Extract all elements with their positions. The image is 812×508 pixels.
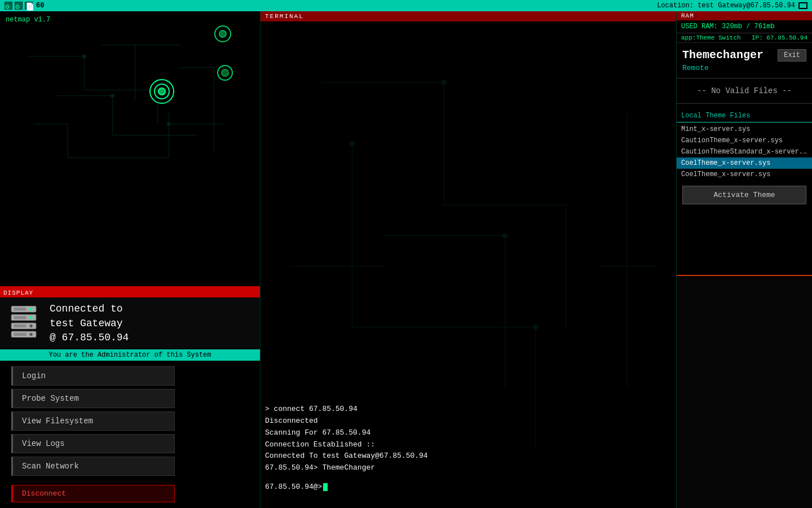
mail-icon[interactable]: [798, 2, 807, 9]
svg-point-26: [30, 325, 33, 327]
right-panel: RAM USED RAM: 320mb / 761mb app:Theme Sw…: [677, 11, 812, 508]
connected-line2: test Gateway: [50, 317, 129, 331]
logs-button[interactable]: View Logs: [11, 434, 175, 453]
terminal-line-2: Disconnected: [265, 415, 672, 427]
themechanger-header: Themechanger Exit: [677, 43, 812, 64]
activate-theme-button[interactable]: Activate Theme: [682, 186, 806, 204]
topbar-right: Location: test Gateway@67.85.50.94: [657, 2, 807, 10]
terminal-line-6: 67.85.50.94> ThemeChanger: [265, 462, 672, 474]
topbar-icon-2[interactable]: ⚙: [15, 2, 23, 10]
connection-info: Connected to test Gateway @ 67.85.50.94: [50, 302, 129, 345]
terminal-line-3: Scanning For 67.85.50.94: [265, 427, 672, 439]
themechanger-panel: Themechanger Exit Remote -- No Valid Fil…: [677, 43, 812, 275]
app-info: app:Theme Switch IP: 67.85.50.94: [677, 33, 812, 43]
topbar: ⚙ ⚙ 📄 60 Location: test Gateway@67.85.50…: [0, 0, 812, 11]
netmap-area: netmap v1.7: [0, 11, 260, 287]
network-node-2[interactable]: [214, 25, 231, 42]
topbar-timer: 60: [36, 2, 44, 10]
network-node-3[interactable]: [217, 65, 233, 81]
terminal-line-4: Connection Established ::: [265, 439, 672, 451]
terminal-prompt: 67.85.50.94@>: [265, 483, 322, 491]
topbar-left: ⚙ ⚙ 📄 60: [5, 2, 44, 10]
svg-rect-28: [14, 308, 27, 310]
theme-file-item[interactable]: CautionThemeStandard_x-server.sys: [677, 146, 812, 157]
local-theme-header: Local Theme Files: [677, 110, 812, 122]
svg-rect-29: [14, 316, 27, 319]
probe-button[interactable]: Probe System: [11, 389, 175, 408]
topbar-icons: ⚙ ⚙ 📄: [5, 2, 33, 10]
disconnect-button[interactable]: Disconnect: [11, 485, 175, 502]
ram-used-text: USED RAM: 320mb / 761mb: [681, 23, 807, 30]
connected-line3: @ 67.85.50.94: [50, 331, 129, 345]
connected-line1: Connected to: [50, 302, 129, 316]
server-icon: [7, 304, 41, 343]
svg-rect-30: [14, 325, 27, 327]
theme-file-item[interactable]: CoelTheme_x-server.sys: [677, 157, 812, 169]
no-valid-files: -- No Valid Files --: [677, 78, 812, 104]
network-node-active[interactable]: [149, 79, 174, 104]
theme-file-item[interactable]: CautionTheme_x-server.sys: [677, 135, 812, 146]
svg-rect-31: [14, 333, 27, 336]
remote-label: Remote: [677, 64, 812, 78]
terminal-line-5: Connected To test Gateway@67.85.50.94: [265, 450, 672, 462]
topbar-icon-3[interactable]: 📄: [25, 2, 33, 10]
svg-point-44: [442, 80, 447, 85]
filesystem-button[interactable]: View Filesystem: [11, 411, 175, 431]
svg-point-46: [533, 325, 538, 330]
admin-bar: You are the Administrator of this System: [0, 349, 260, 361]
left-panel: netmap v1.7: [0, 11, 261, 508]
login-button[interactable]: Login: [11, 366, 175, 386]
svg-point-16: [83, 55, 86, 58]
terminal-cursor: [323, 483, 328, 491]
theme-file-item[interactable]: CoelTheme_x-server.sys: [677, 169, 812, 180]
location-text: Location: test Gateway@67.85.50.94: [657, 2, 795, 10]
scan-button[interactable]: Scan Network: [11, 457, 175, 476]
svg-point-45: [350, 141, 355, 146]
right-bottom-panel: [677, 275, 812, 508]
terminal-panel: TERMINAL: [261, 11, 677, 508]
terminal-line-1: > connect 67.85.50.94: [265, 404, 672, 415]
theme-file-list: Mint_x-server.sysCautionTheme_x-server.s…: [677, 124, 812, 180]
display-content: Connected to test Gateway @ 67.85.50.94: [0, 297, 260, 349]
app-ip: IP: 67.85.50.94: [752, 34, 807, 41]
display-section: DISPLAY Connect: [0, 287, 260, 361]
exit-button[interactable]: Exit: [778, 49, 806, 62]
svg-point-27: [30, 333, 33, 336]
terminal-input-line[interactable]: 67.85.50.94@>: [265, 483, 672, 491]
themechanger-title: Themechanger: [682, 49, 764, 62]
terminal-output: > connect 67.85.50.94 Disconnected Scann…: [265, 404, 672, 474]
disconnect-area: Disconnect: [0, 481, 260, 508]
terminal-header: TERMINAL: [261, 11, 676, 21]
action-buttons: Login Probe System View Filesystem View …: [0, 361, 260, 481]
theme-file-item[interactable]: Mint_x-server.sys: [677, 124, 812, 135]
ram-header: RAM: [677, 11, 812, 20]
main-layout: netmap v1.7: [0, 11, 812, 508]
svg-point-25: [30, 316, 33, 319]
app-name: app:Theme Switch: [681, 34, 741, 41]
terminal-body[interactable]: > connect 67.85.50.94 Disconnected Scann…: [261, 21, 676, 508]
topbar-icon-1[interactable]: ⚙: [5, 2, 12, 10]
display-header: DISPLAY: [0, 288, 260, 297]
ram-info: USED RAM: 320mb / 761mb: [677, 20, 812, 33]
svg-point-19: [167, 122, 170, 126]
svg-point-24: [30, 308, 33, 310]
svg-point-47: [502, 233, 508, 238]
svg-point-17: [111, 94, 114, 98]
